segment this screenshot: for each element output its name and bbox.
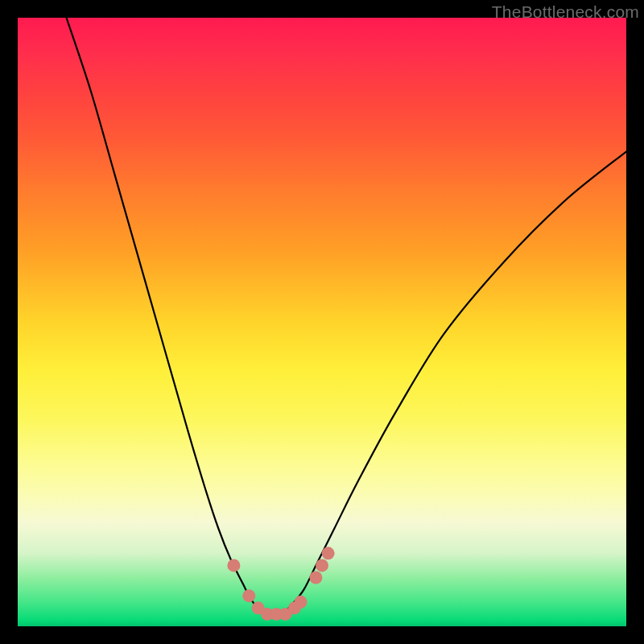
marker-dot [309,572,322,584]
marker-dot [295,596,308,609]
marker-dot [322,547,335,559]
plot-area [18,18,626,626]
bottleneck-curve [67,18,627,614]
chart-frame: TheBottleneck.com [0,0,644,644]
marker-dot [316,559,328,572]
curve-layer [18,18,626,626]
marker-dot [227,559,240,572]
marker-dot [242,589,255,602]
